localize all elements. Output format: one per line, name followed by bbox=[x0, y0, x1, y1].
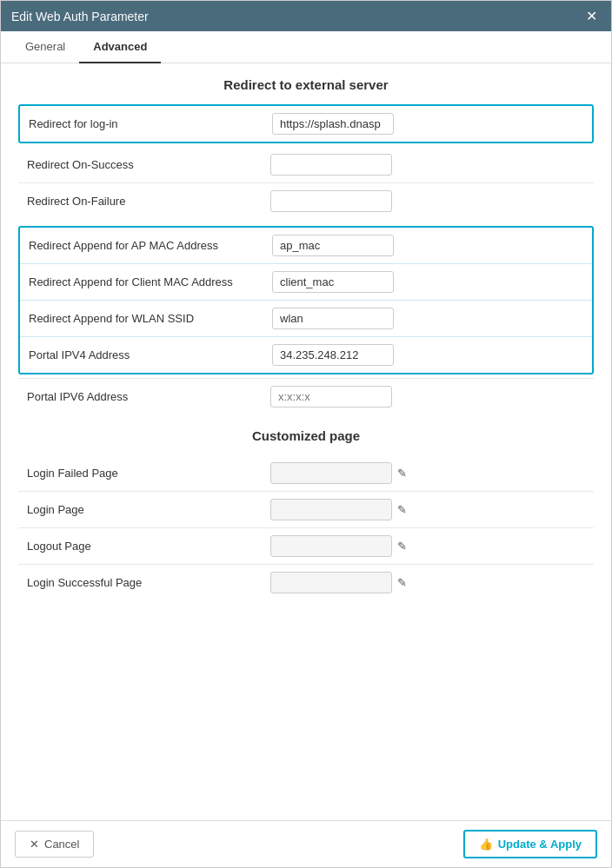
portal-ipv6-input[interactable] bbox=[270, 386, 392, 407]
redirect-failure-row: Redirect On-Failure bbox=[18, 182, 594, 219]
login-failed-row: Login Failed Page ✎ bbox=[18, 455, 594, 491]
tabs-bar: General Advanced bbox=[1, 31, 611, 63]
redirect-success-row: Redirect On-Success bbox=[18, 147, 594, 182]
modal: Edit Web Auth Parameter ✕ General Advanc… bbox=[0, 0, 612, 868]
login-successful-label: Login Successful Page bbox=[27, 576, 270, 589]
customized-section: Customized page Login Failed Page ✎ Logi… bbox=[18, 428, 594, 600]
login-successful-input[interactable] bbox=[270, 572, 392, 593]
login-page-edit-icon[interactable]: ✎ bbox=[397, 503, 407, 516]
login-failed-input[interactable] bbox=[270, 462, 392, 484]
logout-page-input[interactable] bbox=[270, 535, 392, 557]
redirect-ap-mac-input[interactable] bbox=[272, 235, 394, 256]
modal-title: Edit Web Auth Parameter bbox=[11, 10, 149, 23]
modal-header: Edit Web Auth Parameter ✕ bbox=[1, 1, 611, 31]
customized-section-title: Customized page bbox=[18, 428, 594, 443]
redirect-client-mac-label: Redirect Append for Client MAC Address bbox=[29, 275, 272, 288]
portal-ipv4-label: Portal IPV4 Address bbox=[29, 348, 272, 361]
redirect-section-title: Redirect to external server bbox=[18, 77, 594, 92]
portal-ipv6-row: Portal IPV6 Address bbox=[18, 378, 594, 414]
login-page-label: Login Page bbox=[27, 503, 270, 516]
login-page-input[interactable] bbox=[270, 499, 392, 520]
tab-advanced[interactable]: Advanced bbox=[79, 31, 161, 63]
redirect-failure-label: Redirect On-Failure bbox=[27, 195, 270, 208]
redirect-login-group: Redirect for log-in bbox=[18, 104, 594, 143]
update-icon: 👍 bbox=[479, 838, 493, 851]
redirect-success-label: Redirect On-Success bbox=[27, 158, 270, 171]
redirect-wlan-ssid-input[interactable] bbox=[272, 308, 394, 329]
content-area: Redirect to external server Redirect for… bbox=[1, 63, 611, 820]
cancel-button[interactable]: ✕ Cancel bbox=[15, 831, 94, 858]
redirect-login-row: Redirect for log-in bbox=[20, 106, 592, 142]
redirect-client-mac-input[interactable] bbox=[272, 271, 394, 293]
redirect-client-mac-row: Redirect Append for Client MAC Address bbox=[20, 263, 592, 300]
login-successful-edit-icon[interactable]: ✎ bbox=[397, 576, 407, 589]
redirect-login-input[interactable] bbox=[272, 113, 394, 135]
login-failed-label: Login Failed Page bbox=[27, 467, 270, 480]
redirect-login-label: Redirect for log-in bbox=[29, 117, 272, 130]
cancel-label: Cancel bbox=[44, 838, 79, 851]
redirect-success-input[interactable] bbox=[270, 154, 392, 176]
login-successful-row: Login Successful Page ✎ bbox=[18, 564, 594, 600]
logout-page-label: Logout Page bbox=[27, 540, 270, 553]
footer: ✕ Cancel 👍 Update & Apply bbox=[1, 820, 611, 867]
login-page-row: Login Page ✎ bbox=[18, 491, 594, 527]
close-button[interactable]: ✕ bbox=[582, 8, 601, 24]
redirect-ap-mac-label: Redirect Append for AP MAC Address bbox=[29, 239, 272, 252]
logout-page-row: Logout Page ✎ bbox=[18, 527, 594, 564]
customized-rows: Login Failed Page ✎ Login Page ✎ Logout … bbox=[18, 455, 594, 600]
login-failed-edit-icon[interactable]: ✎ bbox=[397, 467, 407, 480]
logout-page-edit-icon[interactable]: ✎ bbox=[397, 540, 407, 553]
portal-ipv4-input[interactable] bbox=[272, 344, 394, 366]
redirect-wlan-ssid-label: Redirect Append for WLAN SSID bbox=[29, 312, 272, 325]
portal-ipv6-label: Portal IPV6 Address bbox=[27, 390, 270, 403]
portal-ipv4-row: Portal IPV4 Address bbox=[20, 336, 592, 373]
update-apply-button[interactable]: 👍 Update & Apply bbox=[463, 830, 597, 858]
redirect-ap-mac-row: Redirect Append for AP MAC Address bbox=[20, 228, 592, 263]
redirect-failure-input[interactable] bbox=[270, 190, 392, 212]
cancel-icon: ✕ bbox=[30, 838, 39, 851]
redirect-wlan-ssid-row: Redirect Append for WLAN SSID bbox=[20, 300, 592, 336]
update-label: Update & Apply bbox=[498, 838, 582, 851]
redirect-append-group: Redirect Append for AP MAC Address Redir… bbox=[18, 226, 594, 374]
redirect-standalone-rows: Redirect On-Success Redirect On-Failure bbox=[18, 147, 594, 219]
tab-general[interactable]: General bbox=[11, 31, 79, 63]
